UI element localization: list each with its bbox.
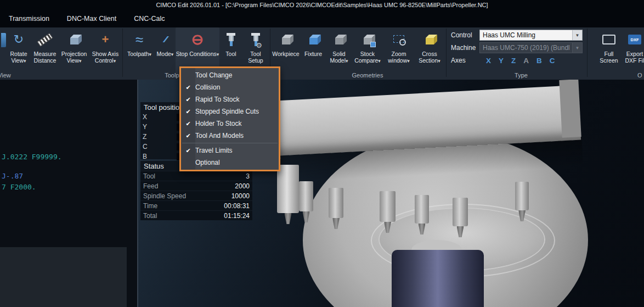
stop-conditions-menu: Tool Change ✔ Collision ✔ Rapid To Stock… [179, 66, 280, 171]
application-window: CIMCO Edit 2026.01.01 - [C:\Program File… [0, 0, 644, 307]
tool-holder [277, 165, 299, 213]
fixture-button[interactable]: Fixture [300, 27, 326, 76]
status-row: Total01:15:24 [140, 210, 252, 220]
group-label-view: View [0, 72, 13, 79]
group-label-geometries: Geometries [329, 72, 406, 79]
machine-head-end [559, 80, 581, 138]
ribbon-separator [122, 29, 123, 77]
status-row: Tool3 [140, 171, 252, 181]
axis-b-toggle[interactable]: B [536, 57, 542, 65]
menu-item-stopped-spindle-cuts[interactable]: ✔ Stopped Spindle Cuts [181, 105, 279, 118]
mode-hatch-icon: ∕∕∕ [165, 30, 166, 49]
control-combo[interactable]: Haas UMC Milling ▼ [479, 30, 583, 41]
axis-triad-icon: + [102, 30, 109, 49]
projection-view-button[interactable]: Projection View▾ [59, 27, 89, 76]
machine-combo-value: Haas UMC-750 (2019) (Bundl [480, 43, 572, 53]
chevron-down-icon: ▼ [572, 43, 582, 53]
solid-cube-icon [335, 30, 343, 49]
check-icon: ✔ [181, 120, 195, 127]
stock-compare-cubes-icon [364, 30, 372, 49]
full-screen-button[interactable]: Full Screen [596, 27, 622, 76]
ribbon-toolbar: ↻ Rotate View▾ Measure Distance Projecti… [0, 27, 644, 80]
status-row: Time00:08:31 [140, 200, 252, 210]
axis-z-toggle[interactable]: Z [511, 57, 516, 65]
axis-y-toggle[interactable]: Y [499, 57, 504, 65]
status-row: Spindle Speed10000 [140, 191, 252, 200]
cube-outline-icon [70, 30, 78, 49]
menu-item-tool-and-models[interactable]: ✔ Tool And Models [181, 130, 279, 142]
axis-c-toggle[interactable]: C [550, 57, 555, 65]
check-icon: ✔ [181, 108, 195, 115]
window-title: CIMCO Edit 2026.01.01 - [C:\Program File… [156, 2, 488, 8]
zoom-window-button[interactable]: Zoom window▾ [383, 27, 414, 76]
check-icon: ✔ [181, 84, 195, 91]
control-combo-value: Haas UMC Milling [480, 30, 572, 40]
tool-holder [415, 195, 429, 224]
group-label-type: Type [496, 72, 546, 79]
show-axis-control-button[interactable]: + Show Axis Control▾ [89, 27, 121, 76]
control-label: Control [451, 31, 479, 39]
check-icon: ✔ [181, 96, 195, 103]
check-icon: ✔ [181, 132, 195, 139]
dxf-file-icon: DXF [628, 30, 641, 49]
workpiece-cube-icon [282, 30, 290, 49]
ruler-icon [37, 30, 53, 49]
axes-label: Axes [451, 57, 479, 64]
mode-button[interactable]: ∕∕∕ Mode▾ [155, 27, 176, 76]
menu-transmission[interactable]: Transmission [0, 10, 58, 27]
code-line: J-.87 [2, 172, 23, 180]
group-label-right: O [637, 72, 644, 79]
code-editor[interactable]: J.0222 F99999. J-.87 7 F2000. [0, 80, 137, 307]
cross-section-cube-icon [426, 30, 434, 49]
menu-item-travel-limits[interactable]: ✔ Travel Limits [181, 144, 279, 157]
title-bar: CIMCO Edit 2026.01.01 - [C:\Program File… [0, 0, 644, 10]
axis-x-toggle[interactable]: X [486, 57, 491, 65]
editor-subpanel [0, 247, 127, 307]
tool-holder [515, 182, 529, 210]
partial-button[interactable] [1, 33, 6, 47]
stop-circle-icon: ⊖ [191, 30, 204, 49]
gear-icon: ⚙ [256, 41, 262, 49]
menu-bar: Transmission DNC-Max Client CNC-Calc [0, 10, 644, 27]
full-screen-icon [602, 30, 615, 49]
chevron-down-icon[interactable]: ▼ [572, 30, 582, 40]
zoom-window-icon [393, 30, 404, 49]
toolpath-button[interactable]: ≈ Toolpath▾ [124, 27, 155, 76]
machine-selection-group: Control Haas UMC Milling ▼ Machine Haas … [451, 27, 583, 66]
tool-holder [299, 181, 313, 211]
machine-label: Machine [451, 44, 479, 52]
fixture-cube-icon [309, 30, 318, 49]
tool-holder [453, 198, 468, 226]
ribbon-separator [446, 29, 447, 77]
tool-gear-icon: ⚙ [251, 30, 260, 49]
solid-model-button[interactable]: Solid Model▾ [326, 27, 352, 76]
toolpath-wave-icon: ≈ [135, 30, 143, 49]
menu-cnc-calc[interactable]: CNC-Calc [125, 10, 173, 27]
menu-dnc-max-client[interactable]: DNC-Max Client [58, 10, 125, 27]
axes-toggles: X Y Z A B C [479, 57, 555, 65]
menu-separator [182, 143, 278, 143]
rotate-view-icon: ↻ [14, 30, 24, 49]
end-mill-icon [227, 30, 235, 49]
ribbon-separator [587, 29, 587, 77]
menu-item-rapid-to-stock[interactable]: ✔ Rapid To Stock [181, 93, 279, 105]
tool-holder [380, 191, 396, 222]
check-icon: ✔ [181, 147, 195, 154]
status-row: Feed2000 [140, 181, 252, 191]
export-dxf-button[interactable]: DXF Export DXF Fil [622, 27, 644, 76]
tool-holder [329, 188, 343, 218]
spindle [392, 250, 484, 307]
measure-distance-button[interactable]: Measure Distance [31, 27, 59, 76]
code-line: 7 F2000. [2, 183, 36, 191]
menu-item-optional[interactable]: Optional [181, 157, 279, 169]
menu-item-holder-to-stock[interactable]: ✔ Holder To Stock [181, 118, 279, 130]
cross-section-button[interactable]: Cross Section▾ [414, 27, 445, 76]
stock-compare-button[interactable]: Stock Compare▾ [352, 27, 383, 76]
menu-item-tool-change[interactable]: Tool Change [181, 69, 279, 81]
rotate-view-button[interactable]: ↻ Rotate View▾ [6, 27, 31, 76]
code-line: J.0222 F99999. [2, 153, 62, 161]
axis-a-toggle[interactable]: A [523, 57, 529, 65]
machine-combo[interactable]: Haas UMC-750 (2019) (Bundl ▼ [479, 42, 583, 53]
menu-item-collision[interactable]: ✔ Collision [181, 81, 279, 93]
